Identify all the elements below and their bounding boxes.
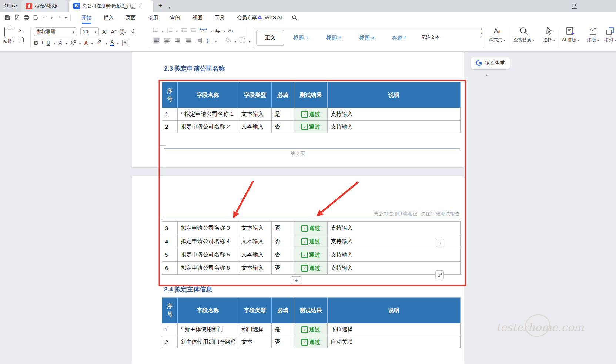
char-scale-icon[interactable]: A bbox=[200, 28, 207, 34]
panel-collapse-icon[interactable] bbox=[484, 71, 489, 78]
column-header[interactable]: 字段名称 bbox=[178, 298, 238, 323]
align-left-button[interactable] bbox=[153, 37, 160, 44]
italic-button[interactable]: I bbox=[41, 40, 43, 46]
style-heading-2[interactable]: 标题 2 bbox=[317, 34, 350, 41]
column-header[interactable]: 字段类型 bbox=[238, 82, 272, 108]
table-add-column-button[interactable] bbox=[436, 239, 444, 247]
cell-type[interactable]: 文本输入 bbox=[238, 222, 272, 235]
paper-check-button[interactable]: 论文查重 bbox=[471, 57, 510, 69]
export-pdf-icon[interactable] bbox=[14, 14, 20, 20]
font-color-button[interactable]: A bbox=[110, 40, 114, 46]
cell-result[interactable]: ✓通过 bbox=[294, 323, 328, 336]
cell-type[interactable]: 文本输入 bbox=[238, 121, 272, 133]
tab-document-active[interactable]: W 总公司注册申请流程_页面字段 bbox=[69, 0, 153, 12]
underline-button[interactable]: U bbox=[47, 40, 50, 46]
field-test-table-2-4[interactable]: 序号字段名称字段类型必填测试结果说明 1* 新主体使用部门部门选择是✓通过下拉选… bbox=[162, 297, 461, 348]
line-spacing-icon[interactable] bbox=[206, 38, 212, 43]
text-effect-caret-icon[interactable] bbox=[91, 40, 93, 46]
menu-review[interactable]: 审阅 bbox=[170, 12, 181, 23]
cell-required[interactable]: 是 bbox=[272, 108, 294, 121]
office-menu[interactable]: Office bbox=[4, 3, 17, 9]
char-scale-caret-icon[interactable] bbox=[210, 27, 212, 34]
column-header[interactable]: 说明 bbox=[328, 82, 461, 108]
window-layout-icon[interactable] bbox=[572, 3, 577, 9]
cell-name[interactable]: 拟定申请公司名称 5 bbox=[178, 248, 238, 262]
menu-view[interactable]: 视图 bbox=[192, 12, 203, 23]
increase-font-icon[interactable]: A+ bbox=[102, 28, 108, 35]
select-button[interactable]: 选择 bbox=[538, 27, 560, 43]
cell-required[interactable]: 否 bbox=[272, 235, 294, 248]
cell-note[interactable]: 支持输入 bbox=[328, 121, 461, 133]
increase-indent-icon[interactable] bbox=[190, 27, 196, 34]
column-header[interactable]: 字段类型 bbox=[238, 298, 272, 323]
tab-template-store[interactable]: 稻壳AI模板 bbox=[21, 0, 67, 12]
cell-name[interactable]: 拟定申请公司名称 6 bbox=[178, 262, 238, 275]
superscript-button[interactable]: X2 bbox=[70, 40, 76, 46]
menu-home[interactable]: 开始 bbox=[81, 12, 92, 23]
paste-button[interactable]: 粘贴 bbox=[3, 27, 15, 44]
align-justify-button[interactable] bbox=[185, 37, 192, 44]
strikethrough-button[interactable]: A bbox=[59, 40, 62, 46]
strikethrough-caret-icon[interactable] bbox=[66, 40, 67, 46]
table-resize-handle-icon[interactable] bbox=[435, 270, 444, 279]
cell-type[interactable]: 文本输入 bbox=[238, 262, 272, 275]
pinyin-guide-icon[interactable]: wén文 bbox=[120, 28, 126, 35]
section-2-4-heading[interactable]: 2.4 拟定主体信息 bbox=[164, 285, 212, 294]
cell-name[interactable]: * 拟定申请公司名称 1 bbox=[178, 108, 238, 121]
menu-reference[interactable]: 引用 bbox=[147, 12, 159, 23]
cell-no[interactable]: 1 bbox=[162, 108, 178, 121]
comment-bubble-icon[interactable] bbox=[130, 4, 136, 9]
layout-button[interactable]: A 排版 bbox=[583, 27, 603, 43]
cell-no[interactable]: 5 bbox=[162, 248, 178, 262]
column-header[interactable]: 序号 bbox=[162, 298, 178, 323]
cut-icon[interactable]: ✂ bbox=[19, 27, 24, 34]
cell-result[interactable]: ✓通过 bbox=[294, 336, 328, 348]
column-header[interactable]: 测试结果 bbox=[294, 298, 328, 323]
undo-caret-icon[interactable] bbox=[51, 14, 53, 21]
cell-no[interactable]: 2 bbox=[162, 336, 178, 348]
cell-result[interactable]: ✓通过 bbox=[294, 248, 328, 262]
cell-no[interactable]: 3 bbox=[162, 222, 178, 235]
menu-tools[interactable]: 工具 bbox=[214, 12, 225, 23]
highlight-caret-icon[interactable] bbox=[106, 40, 107, 46]
wrap-caret-icon[interactable] bbox=[223, 27, 225, 34]
redo-caret-icon[interactable] bbox=[65, 14, 67, 21]
find-replace-button[interactable]: 查找替换 bbox=[512, 27, 535, 43]
shading-icon[interactable] bbox=[226, 37, 231, 44]
cell-no[interactable]: 1 bbox=[162, 323, 178, 336]
column-header[interactable]: 测试结果 bbox=[294, 82, 328, 108]
decrease-font-icon[interactable]: A− bbox=[111, 28, 117, 35]
section-2-3-heading[interactable]: 2.3 拟定申请公司名称 bbox=[164, 64, 225, 73]
distribute-button[interactable]: <> bbox=[195, 37, 203, 44]
style-endnote[interactable]: 尾注文本 bbox=[415, 34, 446, 41]
wrap-settings-icon[interactable]: ⇆ bbox=[215, 27, 220, 34]
column-header[interactable]: 说明 bbox=[328, 298, 461, 323]
cell-required[interactable]: 否 bbox=[272, 248, 294, 262]
cell-note[interactable]: 支持输入 bbox=[328, 108, 461, 121]
close-tab-icon[interactable] bbox=[139, 3, 142, 9]
sort-icon[interactable]: A↓ bbox=[228, 28, 234, 33]
underline-caret-icon[interactable] bbox=[54, 40, 56, 46]
cell-no[interactable]: 4 bbox=[162, 235, 178, 248]
align-center-button[interactable] bbox=[163, 37, 171, 44]
style-heading-3[interactable]: 标题 3 bbox=[350, 34, 383, 41]
decrease-indent-icon[interactable] bbox=[181, 27, 187, 34]
cell-note[interactable]: 下拉选择 bbox=[328, 323, 461, 336]
shading-caret-icon[interactable] bbox=[235, 37, 237, 44]
cell-type[interactable]: 文本输入 bbox=[238, 248, 272, 262]
cell-type[interactable]: 文本输入 bbox=[238, 108, 272, 121]
font-name-select[interactable]: 微软雅黑 bbox=[34, 27, 77, 36]
search-icon[interactable] bbox=[292, 15, 298, 22]
tab-list-caret-icon[interactable] bbox=[168, 3, 170, 10]
gallery-scroll-up-icon[interactable] bbox=[480, 28, 482, 31]
bullet-caret-icon[interactable] bbox=[162, 27, 164, 34]
cell-no[interactable]: 2 bbox=[162, 121, 178, 133]
line-spacing-caret-icon[interactable] bbox=[215, 37, 217, 44]
style-body-text[interactable]: 正文 bbox=[256, 30, 284, 46]
undo-icon[interactable] bbox=[43, 14, 47, 21]
copy-icon[interactable] bbox=[19, 37, 24, 44]
borders-icon[interactable] bbox=[240, 37, 245, 44]
table-add-row-button[interactable] bbox=[291, 276, 301, 284]
text-effect-button[interactable]: A bbox=[84, 40, 88, 46]
style-heading-4[interactable]: 标题 4 bbox=[383, 34, 415, 41]
